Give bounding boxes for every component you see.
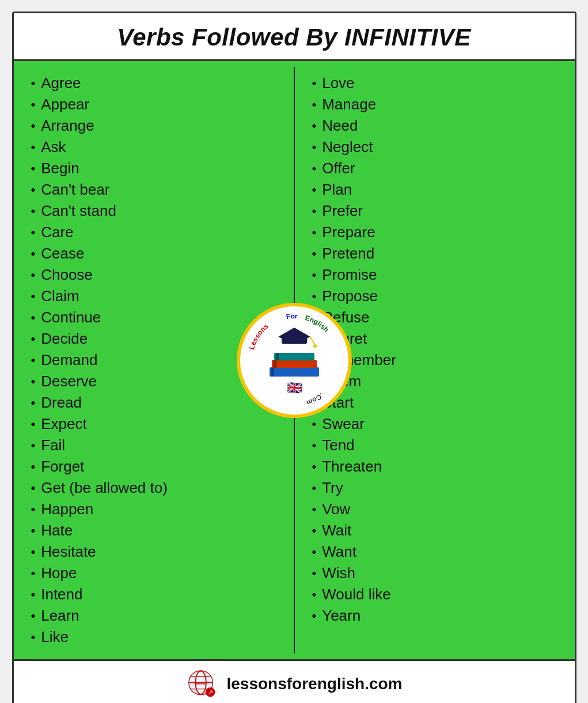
list-item: Need: [312, 115, 563, 136]
list-item: Try: [312, 477, 563, 499]
list-item: Hesitate: [31, 541, 282, 563]
globe-icon: www ↗: [186, 668, 218, 700]
list-item: Start: [312, 392, 563, 413]
list-item: Prepare: [312, 222, 563, 243]
list-item: Promise: [312, 264, 563, 286]
list-item: Happen: [31, 499, 282, 520]
list-item: Wish: [312, 563, 563, 584]
list-item: Care: [31, 222, 282, 243]
list-item: Swear: [312, 413, 563, 435]
list-item: Cease: [31, 243, 282, 264]
list-item: Want: [312, 541, 563, 563]
list-item: Vow: [312, 499, 563, 520]
logo-container: Lessons For English .Com: [241, 307, 348, 414]
svg-rect-11: [272, 360, 317, 368]
list-item: Agree: [31, 73, 282, 94]
list-item: Learn: [31, 605, 282, 626]
list-item: Claim: [31, 286, 282, 307]
list-item: Ask: [31, 136, 282, 158]
list-item: Can't stand: [31, 200, 282, 222]
svg-text:🇬🇧: 🇬🇧: [286, 380, 302, 396]
svg-rect-12: [274, 360, 276, 368]
list-item: Prefer: [312, 200, 563, 222]
list-item: Can't bear: [31, 179, 282, 200]
footer-url: lessonsforenglish.com: [227, 675, 403, 693]
svg-text:www: www: [195, 681, 206, 686]
list-item: Threaten: [312, 456, 563, 477]
logo-overlay: Lessons For English .Com: [237, 303, 352, 418]
list-item: Fail: [31, 435, 282, 456]
list-item: Like: [31, 626, 282, 648]
list-item: Forget: [31, 456, 282, 477]
svg-text:↗: ↗: [207, 689, 213, 696]
list-item: Propose: [312, 286, 563, 307]
list-item: Hope: [31, 563, 282, 584]
list-item: Offer: [312, 158, 563, 179]
content-area: AgreeAppearArrangeAskBeginCan't bearCan'…: [14, 61, 575, 661]
logo-svg: Lessons For English .Com: [241, 307, 348, 414]
svg-rect-13: [274, 353, 314, 360]
main-card: Verbs Followed By INFINITIVE AgreeAppear…: [12, 12, 576, 703]
list-item: Manage: [312, 94, 563, 115]
list-item: Love: [312, 73, 563, 94]
list-item: Arrange: [31, 115, 282, 136]
list-item: Refuse: [312, 307, 563, 328]
list-item: Hate: [31, 520, 282, 541]
list-item: Intend: [31, 584, 282, 605]
footer: www ↗ lessonsforenglish.com: [14, 661, 575, 703]
list-item: Pretend: [312, 243, 563, 264]
list-item: Appear: [31, 94, 282, 115]
list-item: Expect: [31, 413, 282, 435]
svg-rect-14: [276, 353, 279, 360]
list-item: Plan: [312, 179, 563, 200]
list-item: Yearn: [312, 605, 563, 626]
svg-rect-9: [270, 367, 319, 377]
list-item: Choose: [31, 264, 282, 286]
list-item: Begin: [31, 158, 282, 179]
svg-rect-10: [271, 367, 274, 377]
list-item: Neglect: [312, 136, 563, 158]
list-item: Wait: [312, 520, 563, 541]
svg-point-8: [313, 344, 317, 348]
page-title: Verbs Followed By INFINITIVE: [20, 24, 569, 51]
header: Verbs Followed By INFINITIVE: [14, 13, 575, 61]
list-item: Would like: [312, 584, 563, 605]
list-item: Tend: [312, 435, 563, 456]
svg-text:For: For: [285, 311, 297, 320]
list-item: Get (be allowed to): [31, 477, 282, 499]
